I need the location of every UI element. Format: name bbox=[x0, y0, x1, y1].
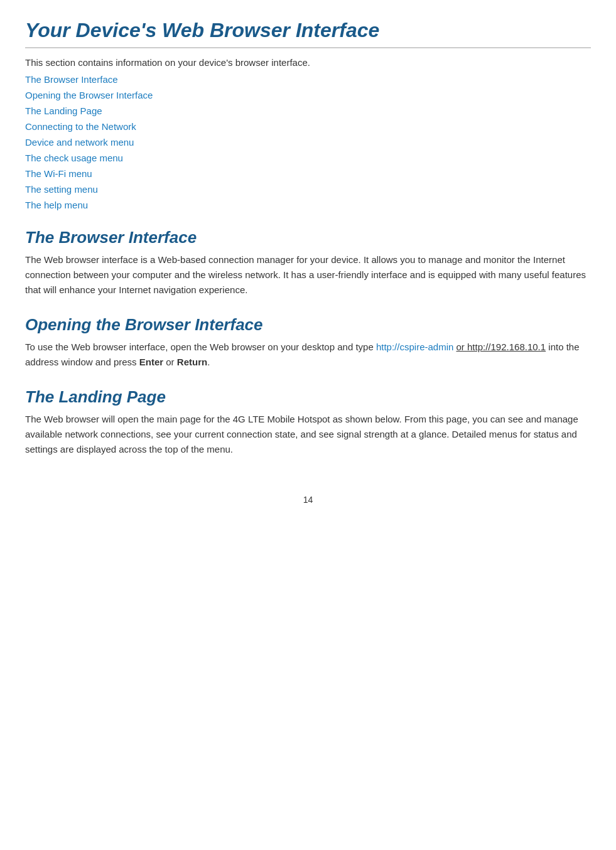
return-bold: Return bbox=[177, 357, 207, 367]
opening-body-before: To use the Web browser interface, open t… bbox=[25, 342, 376, 352]
section-browser-interface: The Browser Interface The Web browser in… bbox=[25, 228, 591, 298]
opening-body-end: . bbox=[207, 357, 210, 367]
section-body-landing-page: The Web browser will open the main page … bbox=[25, 412, 591, 457]
page-title: Your Device's Web Browser Interface bbox=[25, 19, 591, 48]
toc-link-browser-interface[interactable]: The Browser Interface bbox=[25, 74, 591, 85]
opening-body-or: or bbox=[163, 357, 177, 367]
section-landing-page: The Landing Page The Web browser will op… bbox=[25, 387, 591, 457]
page-number: 14 bbox=[25, 495, 591, 505]
table-of-contents: The Browser Interface Opening the Browse… bbox=[25, 74, 591, 210]
section-title-opening-browser-interface: Opening the Browser Interface bbox=[25, 315, 591, 335]
toc-link-setting-menu[interactable]: The setting menu bbox=[25, 184, 591, 195]
toc-link-connecting-network[interactable]: Connecting to the Network bbox=[25, 121, 591, 132]
section-opening-browser-interface: Opening the Browser Interface To use the… bbox=[25, 315, 591, 370]
ip-address-link[interactable]: or http://192.168.10.1 bbox=[457, 342, 546, 352]
section-body-browser-interface: The Web browser interface is a Web-based… bbox=[25, 252, 591, 298]
section-title-landing-page: The Landing Page bbox=[25, 387, 591, 407]
toc-link-landing-page[interactable]: The Landing Page bbox=[25, 105, 591, 116]
toc-link-opening-browser-interface[interactable]: Opening the Browser Interface bbox=[25, 90, 591, 100]
toc-link-check-usage-menu[interactable]: The check usage menu bbox=[25, 153, 591, 163]
section-title-browser-interface: The Browser Interface bbox=[25, 228, 591, 247]
intro-text: This section contains information on you… bbox=[25, 57, 591, 68]
enter-bold: Enter bbox=[139, 357, 163, 367]
section-body-opening-browser-interface: To use the Web browser interface, open t… bbox=[25, 340, 591, 370]
toc-link-help-menu[interactable]: The help menu bbox=[25, 200, 591, 210]
cspire-admin-link[interactable]: http://cspire-admin bbox=[376, 342, 453, 352]
toc-link-wifi-menu[interactable]: The Wi-Fi menu bbox=[25, 168, 591, 179]
toc-link-device-network-menu[interactable]: Device and network menu bbox=[25, 137, 591, 148]
